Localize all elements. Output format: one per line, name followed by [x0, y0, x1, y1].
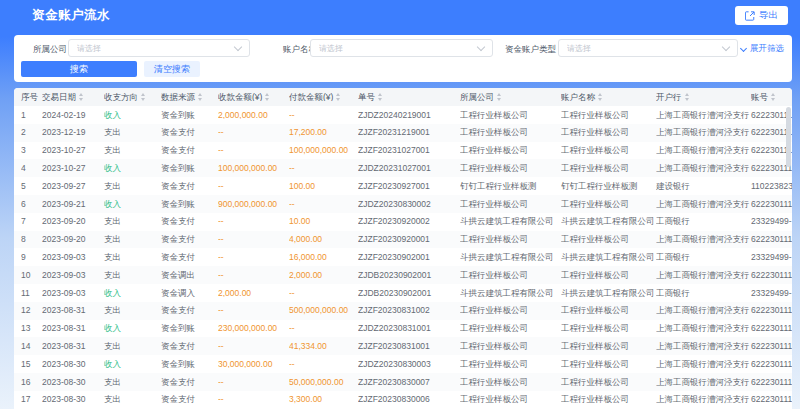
cell-index: 11 — [21, 289, 42, 298]
column-label: 序号 — [21, 93, 38, 102]
column-header-order_no[interactable]: 单号 — [358, 93, 460, 102]
cell-bank: 上海工商银行漕河泾支行 — [656, 306, 751, 315]
table-row: 32023-10-27支出资金支付--100,000,000.00ZJZF202… — [14, 142, 792, 160]
account-type-select[interactable]: 请选择 — [558, 39, 738, 57]
expand-filter-link[interactable]: 展开筛选 — [741, 43, 784, 55]
table-row: 162023-08-30支出资金支付--50,000,000.00ZJZF202… — [14, 373, 792, 391]
cell-account_name: 工程行业样板公司 — [561, 378, 656, 387]
column-header-account_no[interactable]: 账号 — [751, 93, 792, 102]
column-label: 付款金额(¥) — [289, 93, 333, 102]
export-button[interactable]: 导出 — [735, 6, 788, 25]
cell-account_name: 工程行业样板公司 — [561, 342, 656, 351]
cell-payment: 41,334.00 — [289, 342, 358, 351]
cell-payment: 100.00 — [289, 182, 358, 191]
sort-icon[interactable] — [336, 93, 340, 101]
top-header-bar: 资金账户流水 导出 — [0, 0, 800, 31]
sort-icon[interactable] — [771, 93, 775, 101]
cell-direction: 收入 — [104, 324, 161, 333]
cell-date: 2024-02-19 — [42, 111, 104, 120]
cell-company: 钉钉工程行业样板测 — [460, 182, 561, 191]
company-select[interactable]: 请选择 — [68, 39, 250, 57]
cell-source: 资金到账 — [161, 200, 218, 209]
column-label: 收支方向 — [104, 93, 138, 102]
sort-icon[interactable] — [79, 93, 83, 101]
scrollbar[interactable] — [786, 107, 791, 409]
cell-index: 8 — [21, 235, 42, 244]
cell-date: 2023-09-03 — [42, 253, 104, 262]
cell-payment: 2,000.00 — [289, 271, 358, 280]
cell-direction: 收入 — [104, 164, 161, 173]
account-name-select[interactable]: 请选择 — [310, 39, 493, 57]
sort-icon[interactable] — [685, 93, 689, 101]
cell-direction: 支出 — [104, 342, 161, 351]
scrollbar-thumb[interactable] — [786, 107, 791, 167]
sort-icon[interactable] — [265, 93, 269, 101]
chevron-down-icon — [722, 42, 730, 50]
cell-bank: 上海工商银行漕河泾支行 — [656, 164, 751, 173]
cell-bank: 上海工商银行漕河泾支行 — [656, 128, 751, 137]
column-header-receipt[interactable]: 收款金额(¥) — [218, 93, 289, 102]
cell-index: 12 — [21, 306, 42, 315]
column-header-company[interactable]: 所属公司 — [460, 93, 561, 102]
cell-bank: 工商银行 — [656, 217, 751, 226]
cell-direction: 支出 — [104, 253, 161, 262]
cell-index: 16 — [21, 378, 42, 387]
export-label: 导出 — [759, 9, 778, 22]
cell-date: 2023-08-30 — [42, 378, 104, 387]
clear-search-button[interactable]: 清空搜索 — [144, 61, 200, 77]
cell-receipt: -- — [218, 146, 289, 155]
cell-company: 斗拱云建筑工程有限公司 — [460, 217, 561, 226]
table-row: 112023-09-03收入资金调入2,000.00--ZJDB20230902… — [14, 284, 792, 302]
sort-icon[interactable] — [198, 93, 202, 101]
cell-source: 资金支付 — [161, 146, 218, 155]
cell-date: 2023-08-30 — [42, 395, 104, 404]
cell-index: 14 — [21, 342, 42, 351]
column-header-direction[interactable]: 收支方向 — [104, 93, 161, 102]
column-header-account_name[interactable]: 账户名称 — [561, 93, 656, 102]
column-header-bank[interactable]: 开户行 — [656, 93, 751, 102]
cell-order_no: ZJDZ20230830002 — [358, 200, 460, 209]
table-row: 102023-09-03支出资金调出--2,000.00ZJDB20230902… — [14, 266, 792, 284]
company-select-placeholder: 请选择 — [77, 43, 229, 54]
cell-order_no: ZJDB20230902001 — [358, 289, 460, 298]
sort-icon[interactable] — [378, 93, 382, 101]
cell-receipt: -- — [218, 271, 289, 280]
cell-company: 工程行业样板公司 — [460, 164, 561, 173]
sort-icon[interactable] — [598, 93, 602, 101]
column-label: 收款金额(¥) — [218, 93, 262, 102]
column-label: 交易日期 — [42, 93, 76, 102]
cell-account_name: 工程行业样板公司 — [561, 271, 656, 280]
cell-order_no: ZJDZ20230831001 — [358, 324, 460, 333]
cell-direction: 支出 — [104, 395, 161, 404]
cell-receipt: -- — [218, 182, 289, 191]
cell-receipt: -- — [218, 395, 289, 404]
sort-icon[interactable] — [497, 93, 501, 101]
cell-payment: -- — [289, 111, 358, 120]
column-header-date[interactable]: 交易日期 — [42, 93, 104, 102]
cell-direction: 收入 — [104, 200, 161, 209]
cell-direction: 支出 — [104, 306, 161, 315]
cell-receipt: -- — [218, 235, 289, 244]
cell-bank: 上海工商银行漕河泾支行 — [656, 395, 751, 404]
cell-date: 2023-12-19 — [42, 128, 104, 137]
cell-bank: 上海工商银行漕河泾支行 — [656, 378, 751, 387]
cell-company: 工程行业样板公司 — [460, 128, 561, 137]
search-button[interactable]: 搜索 — [21, 61, 137, 77]
column-header-source[interactable]: 数据来源 — [161, 93, 218, 102]
sort-icon[interactable] — [141, 93, 145, 101]
cell-bank: 上海工商银行漕河泾支行 — [656, 324, 751, 333]
column-header-payment[interactable]: 付款金额(¥) — [289, 93, 358, 102]
cell-order_no: ZJDB20230902001 — [358, 271, 460, 280]
cell-direction: 收入 — [104, 111, 161, 120]
cell-account_name: 工程行业样板公司 — [561, 200, 656, 209]
transactions-table: 序号交易日期收支方向数据来源收款金额(¥)付款金额(¥)单号所属公司账户名称开户… — [14, 88, 792, 409]
table-row: 132023-08-31收入资金到账230,000,000.00--ZJDZ20… — [14, 320, 792, 338]
cell-date: 2023-09-27 — [42, 182, 104, 191]
cell-company: 工程行业样板公司 — [460, 395, 561, 404]
table-row: 82023-09-20支出资金支付--4,000.00ZJZF202309200… — [14, 231, 792, 249]
cell-index: 4 — [21, 164, 42, 173]
cell-payment: -- — [289, 164, 358, 173]
cell-receipt: -- — [218, 217, 289, 226]
account-name-select-placeholder: 请选择 — [319, 43, 472, 54]
cell-date: 2023-08-31 — [42, 306, 104, 315]
